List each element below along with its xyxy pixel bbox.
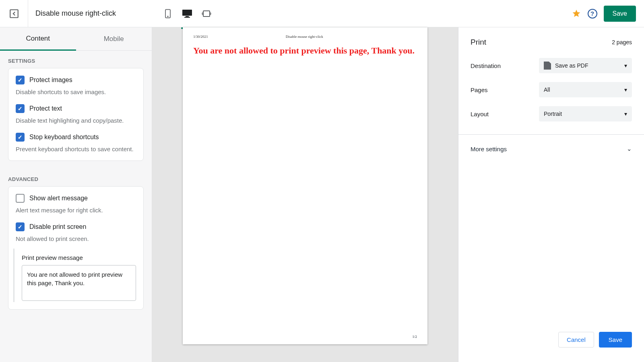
chevron-down-icon: ⌄	[627, 145, 632, 152]
setting-protect-text: Protect text Disable text highlighting a…	[16, 104, 136, 125]
more-settings-toggle[interactable]: More settings ⌄	[471, 145, 632, 152]
destination-select[interactable]: Save as PDF ▾	[539, 58, 632, 73]
svg-rect-5	[184, 17, 190, 18]
page-footer: 1/2	[412, 335, 417, 339]
chevron-down-icon: ▾	[624, 86, 627, 93]
preview-area: 1/30/2021 Disable mouse right-click You …	[152, 27, 458, 362]
print-page-count: 2 pages	[612, 39, 632, 45]
tab-mobile[interactable]: Mobile	[76, 27, 152, 51]
page-date: 1/30/2021	[193, 35, 208, 39]
mobile-icon	[164, 9, 172, 19]
settings-section-label: SETTINGS	[0, 51, 152, 68]
checkbox-protect-text[interactable]	[16, 104, 25, 113]
sidebar-tabs: Content Mobile	[0, 27, 152, 51]
svg-rect-6	[203, 11, 210, 16]
tab-content[interactable]: Content	[0, 27, 76, 51]
help-icon[interactable]: ?	[588, 9, 597, 19]
print-message-field: Print preview message	[13, 249, 136, 302]
setting-show-alert: Show alert message Alert text message fo…	[16, 194, 136, 214]
desc-show-alert: Alert text message for right click.	[16, 206, 136, 214]
checkbox-disable-print[interactable]	[16, 222, 25, 231]
main-area: Content Mobile SETTINGS Protect images D…	[0, 27, 644, 362]
pages-select[interactable]: All ▾	[539, 82, 632, 97]
sidebar: Content Mobile SETTINGS Protect images D…	[0, 27, 152, 362]
desc-stop-shortcuts: Prevent keyboard shortcuts to save conte…	[16, 145, 136, 153]
svg-rect-3	[182, 10, 192, 16]
print-save-button[interactable]: Save	[599, 332, 632, 348]
desc-protect-text: Disable text highlighting and copy/paste…	[16, 116, 136, 125]
print-row-pages: Pages All ▾	[471, 82, 632, 97]
label-protect-images: Protect images	[29, 76, 72, 84]
checkbox-stop-shortcuts[interactable]	[16, 133, 25, 142]
layout-value: Portrait	[544, 111, 562, 117]
save-button[interactable]: Save	[604, 6, 636, 22]
print-message-textarea[interactable]	[22, 265, 136, 301]
label-protect-text: Protect text	[29, 105, 62, 112]
chevron-down-icon: ▾	[624, 111, 627, 117]
setting-disable-print: Disable print screen Not allowed to prin…	[16, 222, 136, 302]
page-title: Disable mouse right-click	[28, 9, 116, 18]
advanced-section-label: ADVANCED	[0, 169, 152, 186]
layout-select[interactable]: Portrait ▾	[539, 106, 632, 121]
page-message: You are not allowed to print preview thi…	[183, 39, 427, 63]
print-row-destination: Destination Save as PDF ▾	[471, 58, 632, 73]
top-right-actions: ? Save	[572, 6, 644, 22]
device-fullwidth-button[interactable]	[199, 6, 214, 21]
destination-value: Save as PDF	[555, 62, 588, 69]
label-show-alert: Show alert message	[29, 195, 88, 202]
desc-protect-images: Disable shortcuts to save images.	[16, 88, 136, 96]
chevron-down-icon: ▾	[624, 62, 627, 69]
page-doc-title: Disable mouse right-click	[286, 35, 323, 39]
star-icon[interactable]	[572, 9, 581, 19]
advanced-card: Show alert message Alert text message fo…	[8, 186, 144, 310]
label-disable-print: Disable print screen	[29, 223, 86, 230]
device-desktop-button[interactable]	[180, 6, 195, 21]
desktop-icon	[182, 9, 192, 18]
checkbox-protect-images[interactable]	[16, 76, 25, 84]
svg-point-2	[167, 16, 168, 17]
print-row-layout: Layout Portrait ▾	[471, 106, 632, 121]
settings-card: Protect images Disable shortcuts to save…	[8, 68, 144, 161]
setting-protect-images: Protect images Disable shortcuts to save…	[16, 76, 136, 96]
device-mobile-button[interactable]	[160, 6, 175, 21]
back-arrow-icon	[9, 8, 19, 19]
print-header: Print 2 pages	[471, 38, 632, 47]
print-title: Print	[471, 38, 486, 47]
preview-page: 1/30/2021 Disable mouse right-click You …	[183, 27, 427, 344]
destination-label: Destination	[471, 62, 539, 69]
divider	[458, 134, 644, 135]
layout-label: Layout	[471, 111, 539, 117]
svg-rect-0	[10, 10, 18, 18]
label-stop-shortcuts: Stop keyboard shortcuts	[29, 134, 99, 141]
print-actions: Cancel Save	[471, 332, 632, 352]
expand-icon	[202, 10, 211, 18]
back-button[interactable]	[0, 0, 28, 27]
top-bar: Disable mouse right-click ? Save	[0, 0, 644, 27]
pdf-icon	[544, 62, 551, 70]
device-toggle-group	[160, 6, 214, 21]
checkbox-show-alert[interactable]	[16, 194, 25, 203]
page-header: 1/30/2021 Disable mouse right-click	[183, 27, 427, 39]
more-settings-label: More settings	[471, 146, 507, 152]
print-message-label: Print preview message	[22, 254, 136, 261]
setting-stop-shortcuts: Stop keyboard shortcuts Prevent keyboard…	[16, 133, 136, 153]
pages-label: Pages	[471, 86, 539, 93]
svg-rect-4	[186, 16, 189, 17]
desc-disable-print: Not allowed to print screen.	[16, 234, 136, 243]
cancel-button[interactable]: Cancel	[558, 332, 594, 348]
pages-value: All	[544, 86, 550, 93]
print-panel: Print 2 pages Destination Save as PDF ▾ …	[458, 27, 644, 362]
